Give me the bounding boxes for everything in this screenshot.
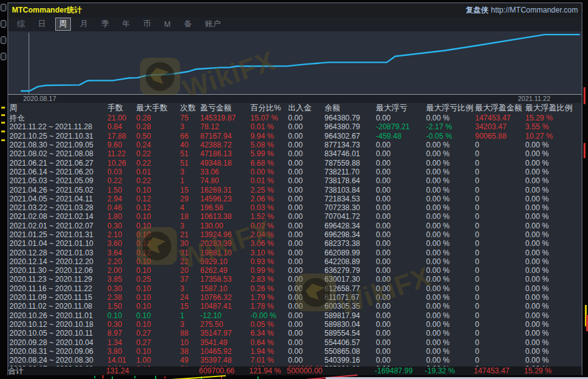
cell-pct: 0.26 % bbox=[250, 284, 288, 293]
table-row[interactable]: 2020.10.12 ~ 2020.10.180.300.103275.500.… bbox=[9, 320, 582, 329]
table-row[interactable]: 2020.11.30 ~ 2020.12.062.000.10206262.49… bbox=[9, 266, 582, 275]
cell-count: 10 bbox=[180, 338, 200, 347]
menu-item-年[interactable]: 年 bbox=[119, 18, 134, 31]
table-row[interactable]: 2021.01.25 ~ 2021.01.312.100.102113924.9… bbox=[9, 230, 582, 239]
table-row[interactable]: 2021.04.26 ~ 2021.05.021.500.101516269.3… bbox=[9, 185, 582, 194]
cell-lots: 0.10 bbox=[107, 311, 136, 320]
cell-lots: 3.80 bbox=[107, 347, 136, 356]
menu-item-月[interactable]: 月 bbox=[77, 18, 92, 31]
background-chart-mark bbox=[1, 107, 5, 109]
table-row[interactable]: 2021.08.30 ~ 2021.09.059.600.244042388.7… bbox=[9, 141, 582, 149]
cell-max_float_profit_pct: 0.00 % bbox=[525, 248, 582, 257]
table-row[interactable]: 2020.08.31 ~ 2020.09.063.800.103810465.9… bbox=[9, 347, 582, 356]
cell-max_lots: 0.22 bbox=[136, 176, 180, 185]
cell-period: 持仓 bbox=[9, 113, 107, 124]
cell-balance: 721834.53 bbox=[324, 195, 376, 203]
brand-link[interactable]: 复盘侠http://MTCommander.com bbox=[466, 5, 578, 16]
cell-max_float_loss: 0.00 bbox=[376, 329, 426, 338]
cell-max_float_loss_pct: 0.00 % bbox=[426, 203, 475, 212]
cell-pct: 5.08 % bbox=[250, 141, 288, 149]
table-row[interactable]: 合计131.24609700.66121.94 %500000.00-16948… bbox=[8, 366, 582, 375]
cell-lots: 11.22 bbox=[107, 149, 136, 158]
menu-item-备[interactable]: 备 bbox=[180, 18, 196, 31]
brand-url[interactable]: http://MTCommander.com bbox=[491, 6, 578, 14]
cell-pnl: 78.12 bbox=[200, 122, 250, 131]
cell-deposit: 0.00 bbox=[288, 293, 324, 302]
cell-max_float_profit: 0 bbox=[475, 222, 525, 230]
table-row[interactable]: 2020.10.05 ~ 2020.10.118.970.278835147.9… bbox=[9, 329, 582, 338]
table-row[interactable]: 2021.04.05 ~ 2021.04.112.940.122914596.2… bbox=[9, 195, 582, 203]
cell-period: 2021.08.30 ~ 2021.09.05 bbox=[9, 141, 107, 149]
table-row[interactable]: 2021.08.02 ~ 2021.08.0811.220.225147186.… bbox=[9, 149, 582, 158]
cell-max_float_profit: 0 bbox=[475, 230, 525, 239]
cell-max_lots: 0.12 bbox=[136, 195, 180, 203]
table-row[interactable]: 2021.06.21 ~ 2021.06.2710.260.225149348.… bbox=[9, 158, 582, 167]
cell-max_lots: 0.10 bbox=[136, 186, 180, 195]
cell-deposit: 0.00 bbox=[288, 302, 324, 311]
table-row[interactable]: 2021.03.22 ~ 2021.03.280.460.124196.580.… bbox=[9, 203, 582, 212]
table-row[interactable]: 持仓21.000.2875145319.8715.07 %0.00964380.… bbox=[9, 114, 582, 122]
cell-period: 2021.02.08 ~ 2021.02.14 bbox=[9, 212, 107, 221]
table-row[interactable]: 2021.02.01 ~ 2021.02.070.300.103130.000.… bbox=[9, 222, 582, 230]
cell-max_float_profit_pct: 0.00 % bbox=[525, 168, 582, 176]
cell-balance: 707238.30 bbox=[324, 203, 376, 212]
cell-max_float_profit_pct: 3.55 % bbox=[525, 122, 582, 131]
cell-pct: 1.94 % bbox=[250, 347, 288, 356]
table-row[interactable]: 2020.11.23 ~ 2020.11.293.850.253717358.5… bbox=[9, 275, 582, 284]
cell-max_float_loss_pct: 0.00 % bbox=[426, 212, 475, 221]
menu-item-日[interactable]: 日 bbox=[35, 18, 50, 31]
table-row[interactable]: 2021.11.22 ~ 2021.11.280.840.28378.120.0… bbox=[9, 122, 582, 131]
menu-item-币[interactable]: 币 bbox=[139, 18, 155, 31]
cell-max_float_loss: 0.00 bbox=[376, 347, 426, 356]
cell-lots: 0.03 bbox=[107, 168, 136, 176]
cell-deposit: 0.00 bbox=[288, 168, 324, 176]
cell-max_float_profit_pct: 0.00 % bbox=[525, 195, 582, 203]
cell-balance: 642208.89 bbox=[324, 257, 376, 266]
menu-item-综[interactable]: 综 bbox=[13, 18, 29, 31]
cell-balance: 707041.72 bbox=[324, 212, 376, 221]
header-max_lots: 最大手数 bbox=[136, 103, 180, 114]
cell-pct: 0.02 % bbox=[250, 222, 288, 230]
table-row[interactable]: 2020.12.14 ~ 2020.12.202.200.10225929.10… bbox=[9, 257, 582, 266]
cell-max_float_profit: 0 bbox=[475, 248, 525, 257]
cell-lots: 8.97 bbox=[107, 329, 136, 338]
cell-deposit: 0.00 bbox=[288, 320, 324, 329]
cell-max_float_loss_pct: 0.00 % bbox=[426, 230, 475, 239]
cell-deposit: 0.00 bbox=[288, 275, 324, 284]
table-row[interactable]: 2020.11.09 ~ 2020.11.152.380.102410766.3… bbox=[9, 293, 582, 302]
table-row[interactable]: 2020.11.02 ~ 2020.11.081.500.101510487.4… bbox=[9, 302, 582, 311]
cell-max_float_profit_pct: 0.00 % bbox=[525, 222, 582, 230]
header-pct: 百分比% bbox=[250, 103, 288, 114]
cell-lots: 2.10 bbox=[107, 230, 136, 239]
menu-item-账户[interactable]: 账户 bbox=[201, 18, 224, 31]
cell-pct: 5.99 % bbox=[250, 149, 288, 158]
table-row[interactable]: 2020.09.28 ~ 2020.10.041.340.27103541.49… bbox=[9, 338, 582, 346]
table-row[interactable]: 2021.01.04 ~ 2021.01.103.600.123020283.3… bbox=[9, 239, 582, 248]
header-max_float_loss: 最大浮亏 bbox=[376, 103, 426, 114]
cell-pct: 0.05 % bbox=[250, 320, 288, 329]
table-row[interactable]: 2021.02.08 ~ 2021.02.141.800.101810613.3… bbox=[9, 212, 582, 221]
cell-max_float_profit_pct: 0.00 % bbox=[525, 284, 582, 293]
cell-lots: 131.24 bbox=[106, 366, 135, 375]
cell-lots: 1.80 bbox=[107, 212, 136, 221]
table-row[interactable]: 2020.08.24 ~ 2020.08.3014.011.004935397.… bbox=[9, 356, 582, 365]
table-row[interactable]: 2020.10.26 ~ 2020.11.010.100.101-12.10-0… bbox=[9, 311, 582, 320]
menu-item-M[interactable]: M bbox=[161, 19, 174, 30]
cell-max_float_profit_pct: 10.27 % bbox=[525, 132, 582, 141]
table-row[interactable]: 2020.11.16 ~ 2020.11.220.300.1031587.100… bbox=[9, 284, 582, 293]
cell-pct: 0.99 % bbox=[250, 266, 288, 275]
menu-item-周[interactable]: 周 bbox=[55, 18, 71, 31]
background-candle-chart-sliver bbox=[0, 375, 588, 379]
cell-deposit: 0.00 bbox=[288, 132, 324, 141]
cell-pct: 0.64 % bbox=[250, 338, 288, 347]
table-row[interactable]: 2020.12.28 ~ 2021.01.033.640.123119881.1… bbox=[9, 248, 582, 257]
menu-item-季[interactable]: 季 bbox=[97, 18, 113, 31]
cell-lots: 3.85 bbox=[107, 275, 136, 284]
table-row[interactable]: 2021.05.03 ~ 2021.05.090.220.22174.800.0… bbox=[9, 176, 582, 185]
cell-max_float_profit: 0 bbox=[475, 266, 525, 275]
table-row[interactable]: 2021.10.25 ~ 2021.10.3117.880.506687167.… bbox=[9, 132, 582, 141]
cell-pnl: 87167.94 bbox=[200, 132, 250, 141]
cell-max_float_profit_pct: 0.00 % bbox=[525, 320, 582, 329]
table-row[interactable]: 2021.06.14 ~ 2021.06.200.030.01333.060.0… bbox=[9, 168, 582, 176]
cell-max_float_loss: 0.00 bbox=[376, 195, 426, 203]
